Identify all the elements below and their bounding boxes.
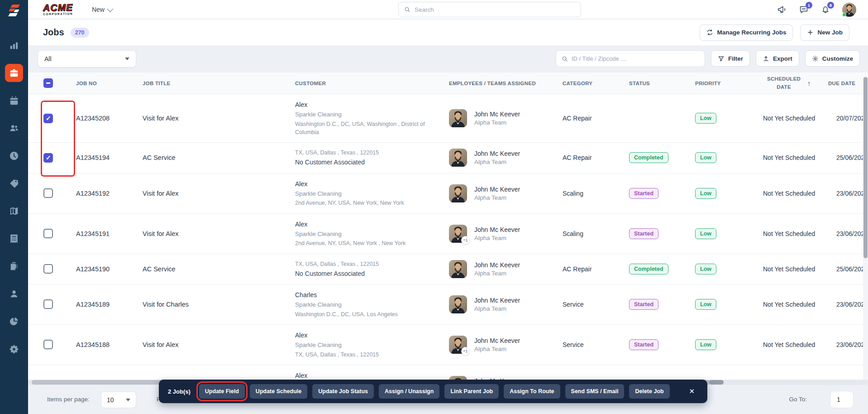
table-row[interactable]: A12345188 Visit for Alex Alex Sparkle Cl… [28,325,868,365]
company-logo-subtitle: CORPORATION [43,13,73,16]
bulk-button-wrap: Update Schedule [250,384,307,399]
job-title[interactable]: Visit for Alex [143,341,295,348]
table-row[interactable]: A12345187 Visit for Alex Alex Sparkle Cl… [28,365,868,380]
job-title[interactable]: AC Service [143,265,295,273]
export-button[interactable]: Export [756,50,799,67]
bulk-button-wrap: Delete Job [629,384,669,399]
vertical-scrollbar[interactable] [863,77,868,380]
column-employees[interactable]: EMPLOYEES / TEAMS ASSIGNED [449,81,563,86]
filter-button[interactable]: Filter [711,50,750,67]
category: AC Repair [563,154,629,161]
invoice-icon [9,234,19,244]
table-row[interactable]: A12345208 Visit for Alex Alex Sparkle Cl… [28,94,868,143]
job-no: A12345191 [76,230,143,237]
funnel-icon [718,55,725,62]
horizontal-scrollbar-thumb-end[interactable] [709,380,724,385]
goto-page-input[interactable] [830,391,854,408]
sidebar-item-settings[interactable] [5,340,23,358]
customize-button[interactable]: Customize [805,50,860,67]
global-search[interactable] [398,2,581,17]
sidebar-item-tags[interactable] [5,174,23,193]
notifications-icon[interactable]: 8 [820,5,830,14]
sidebar-item-timesheet[interactable] [5,147,23,165]
row-checkbox[interactable] [43,229,53,238]
row-checkbox[interactable] [43,340,53,349]
vertical-scrollbar-thumb[interactable] [863,77,868,258]
items-per-page-select[interactable]: 10 [101,391,136,408]
bulk-assign-unassign-button[interactable]: Assign / Unassign [379,384,439,399]
job-title[interactable]: Visit for Alex [143,115,295,122]
sidebar-item-map[interactable] [5,202,23,220]
sidebar-item-reports[interactable] [5,313,23,331]
gear-icon [812,55,819,62]
column-due-date[interactable]: DUE DATE [828,81,868,86]
scheduled-date: Not Yet Scheduled [751,301,828,308]
bulk-update-job-status-button[interactable]: Update Job Status [312,384,374,399]
bulk-link-parent-job-button[interactable]: Link Parent Job [444,384,499,399]
manage-recurring-jobs-button[interactable]: Manage Recurring Jobs [700,24,793,41]
customer-address: 2nd Avenue, NY, USA, New York , New York [295,239,444,247]
customer-company: Sparkle Cleaning [295,110,444,119]
column-job-title[interactable]: JOB TITLE [143,81,295,86]
assignee-name: John Mc Keever [474,337,520,344]
global-search-input[interactable] [415,6,575,13]
messages-badge: 1 [806,2,812,9]
view-filter-select[interactable]: All [38,50,136,67]
assignee-cell: John Mc Keever Alpha Team [449,295,563,313]
new-job-button[interactable]: New Job [800,24,849,41]
assignee-cell: John Mc Keever Alpha Team [449,260,563,278]
job-title[interactable]: AC Service [143,154,295,161]
sidebar-item-invoice[interactable] [5,230,23,248]
new-menu[interactable]: New [92,6,112,13]
messages-icon[interactable]: 1 [799,5,809,14]
bulk-update-field-button[interactable]: Update Field [199,384,245,399]
column-category[interactable]: CATEGORY [563,81,629,86]
app-logo-icon[interactable] [5,2,23,20]
table-row[interactable]: A12345192 Visit for Alex Alex Sparkle Cl… [28,173,868,214]
column-status[interactable]: STATUS [629,81,695,86]
sidebar [0,0,28,414]
status-badge: Started [629,299,658,310]
column-job-no[interactable]: JOB NO [76,81,143,86]
sort-ascending-icon[interactable]: ↑ [807,79,811,87]
sidebar-item-jobs[interactable] [5,64,23,82]
status-badge: Completed [629,152,668,163]
bulk-assign-to-route-button[interactable]: Assign To Route [504,384,560,399]
table-search[interactable] [556,50,705,67]
job-title[interactable]: Visit for Alex [143,190,295,197]
bulk-send-sms-email-button[interactable]: Send SMS / Email [565,384,625,399]
scheduled-date: Not Yet Scheduled [751,115,828,122]
table-row[interactable]: A12345189 Visit for Charles Charles Spar… [28,284,868,325]
customer-company: Sparkle Cleaning [295,189,444,198]
announcements-icon[interactable] [777,5,787,14]
priority-badge: Low [695,264,716,274]
sidebar-item-teams[interactable] [5,119,23,137]
table-row[interactable]: A12345191 Visit for Alex Alex Sparkle Cl… [28,214,868,254]
priority-badge: Low [695,299,716,310]
sidebar-item-analytics[interactable] [5,36,23,54]
row-checkbox[interactable] [43,153,53,163]
row-checkbox[interactable] [43,114,53,123]
sidebar-item-calendar[interactable] [5,91,23,110]
column-priority[interactable]: PRIORITY [695,81,751,86]
bulk-update-schedule-button[interactable]: Update Schedule [250,384,307,399]
row-checkbox[interactable] [43,299,53,309]
table-search-input[interactable] [572,55,699,62]
column-scheduled-date[interactable]: SCHEDULED DATE ↑ [751,75,828,91]
select-all-checkbox[interactable] [43,78,53,88]
row-checkbox[interactable] [43,188,53,198]
sidebar-item-customers[interactable] [5,285,23,303]
sidebar-item-documents[interactable] [5,257,23,275]
column-customer[interactable]: CUSTOMER [295,81,449,86]
customer-company: Sparkle Cleaning [295,341,444,350]
assignee-team: Alpha Team [474,159,520,165]
table-row[interactable]: A12345194 AC Service TX, USA, Dallas , T… [28,143,868,173]
table-row[interactable]: A12345190 AC Service TX, USA, Dallas , T… [28,254,868,284]
job-title[interactable]: Visit for Charles [143,301,295,308]
assignee-avatar [449,376,467,380]
status-badge: Started [629,228,658,239]
close-icon[interactable]: ✕ [685,385,698,397]
job-title[interactable]: Visit for Alex [143,230,295,237]
bulk-delete-job-button[interactable]: Delete Job [629,384,669,399]
row-checkbox[interactable] [43,264,53,274]
